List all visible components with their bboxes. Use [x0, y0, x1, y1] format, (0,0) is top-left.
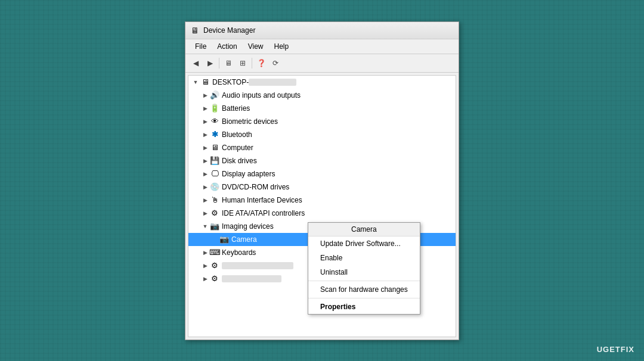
help-button[interactable]: ❓: [255, 57, 268, 70]
grid-button[interactable]: ⊞: [236, 57, 249, 70]
hid-label: Human Interface Devices: [222, 196, 302, 204]
tree-item-ide[interactable]: ⚙ IDE ATA/ATAPI controllers: [188, 207, 456, 220]
blurred2-label: [222, 275, 281, 282]
menu-view[interactable]: View: [243, 41, 268, 52]
watermark: UGETFIX: [597, 345, 634, 354]
tree-item-display[interactable]: 🖵 Display adapters: [188, 167, 456, 181]
biometric-icon: 👁: [210, 117, 219, 126]
dvd-label: DVD/CD-ROM drives: [222, 183, 289, 191]
blurred2-icon: ⚙: [210, 274, 219, 284]
computer-label: Computer: [222, 144, 253, 152]
ide-label: IDE ATA/ATAPI controllers: [222, 209, 305, 217]
root-label-blurred: [249, 79, 296, 86]
menu-bar: File Action View Help: [185, 39, 459, 54]
tree-item-computer[interactable]: 🖥 Computer: [188, 141, 456, 154]
disk-chevron: [200, 156, 210, 166]
context-menu-uninstall[interactable]: Uninstall: [308, 265, 420, 279]
batteries-icon: 🔋: [210, 104, 219, 113]
disk-label: Disk drives: [222, 157, 257, 165]
title-bar: 🖥 Device Manager: [185, 22, 459, 39]
hid-icon: 🖱: [210, 195, 219, 205]
biometric-chevron: [200, 117, 210, 126]
blurred1-label: [222, 262, 293, 269]
display-label: Display adapters: [222, 170, 275, 178]
keyboards-icon: ⌨: [210, 248, 219, 257]
computer-icon: 🖥: [210, 143, 219, 153]
dvd-icon: 💿: [210, 182, 219, 192]
toolbar-separator-2: [252, 58, 252, 69]
menu-file[interactable]: File: [190, 41, 211, 52]
batteries-chevron: [200, 104, 210, 113]
root-label: DESKTOP-: [212, 78, 249, 86]
audio-chevron: [200, 91, 210, 100]
root-icon: 🖥: [200, 77, 210, 87]
root-chevron: [191, 77, 200, 87]
blurred2-chevron: [200, 274, 210, 284]
blurred1-icon: ⚙: [210, 261, 219, 270]
context-menu-properties[interactable]: Properties: [308, 300, 420, 314]
camera-label: Camera: [231, 235, 257, 244]
tree-item-bluetooth[interactable]: ✱ Bluetooth: [188, 128, 456, 141]
context-menu-enable[interactable]: Enable: [308, 251, 420, 265]
context-menu-update-driver[interactable]: Update Driver Software...: [308, 236, 420, 251]
tree-item-hid[interactable]: 🖱 Human Interface Devices: [188, 194, 456, 207]
audio-icon: 🔊: [210, 91, 219, 100]
back-button[interactable]: ◀: [189, 57, 202, 70]
context-menu-sep-2: [308, 298, 420, 298]
ide-chevron: [200, 208, 210, 218]
device-manager-window: 🖥 Device Manager File Action View Help ◀…: [185, 21, 459, 340]
blurred1-chevron: [200, 261, 210, 270]
menu-action[interactable]: Action: [212, 41, 242, 52]
tree-item-batteries[interactable]: 🔋 Batteries: [188, 102, 456, 115]
context-menu: Camera Update Driver Software... Enable …: [308, 222, 420, 315]
title-bar-icon: 🖥: [190, 26, 200, 35]
imaging-chevron: [200, 222, 210, 231]
keyboards-label: Keyboards: [222, 248, 256, 257]
tree-item-disk[interactable]: 💾 Disk drives: [188, 154, 456, 167]
refresh-button[interactable]: ⟳: [269, 57, 282, 70]
dvd-chevron: [200, 182, 210, 192]
context-menu-scan[interactable]: Scan for hardware changes: [308, 282, 420, 297]
bluetooth-chevron: [200, 130, 210, 139]
context-menu-header: Camera: [308, 223, 420, 236]
camera-chevron: [210, 235, 219, 244]
computer-button[interactable]: 🖥: [222, 57, 235, 70]
forward-button[interactable]: ▶: [203, 57, 216, 70]
tree-item-dvd[interactable]: 💿 DVD/CD-ROM drives: [188, 181, 456, 194]
tree-item-biometric[interactable]: 👁 Biometric devices: [188, 115, 456, 128]
hid-chevron: [200, 195, 210, 205]
ide-icon: ⚙: [210, 208, 219, 218]
menu-help[interactable]: Help: [270, 41, 294, 52]
context-menu-sep-1: [308, 281, 420, 281]
tree-item-audio[interactable]: 🔊 Audio inputs and outputs: [188, 89, 456, 102]
imaging-icon: 📷: [210, 222, 219, 231]
toolbar: ◀ ▶ 🖥 ⊞ ❓ ⟳: [185, 54, 459, 73]
camera-icon: 📷: [219, 235, 229, 244]
computer-chevron: [200, 143, 210, 153]
imaging-label: Imaging devices: [222, 222, 274, 231]
biometric-label: Biometric devices: [222, 117, 278, 126]
title-bar-text: Device Manager: [203, 26, 255, 35]
tree-root[interactable]: 🖥 DESKTOP-: [188, 76, 456, 89]
bluetooth-label: Bluetooth: [222, 130, 252, 139]
bluetooth-icon: ✱: [210, 130, 219, 139]
display-chevron: [200, 169, 210, 179]
device-tree[interactable]: 🖥 DESKTOP- 🔊 Audio inputs and outputs 🔋 …: [188, 75, 456, 337]
disk-icon: 💾: [210, 156, 219, 166]
toolbar-separator-1: [219, 58, 219, 69]
batteries-label: Batteries: [222, 104, 250, 113]
audio-label: Audio inputs and outputs: [222, 91, 301, 99]
display-icon: 🖵: [210, 169, 219, 179]
